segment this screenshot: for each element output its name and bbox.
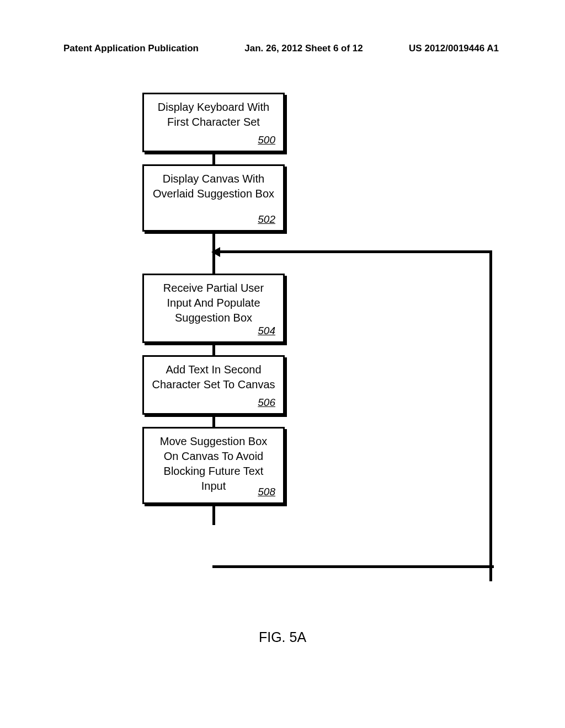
flow-step-text: Display Keyboard With First Character Se…	[158, 101, 269, 128]
flow-step-ref: 502	[258, 212, 275, 227]
flow-step-text: Receive Partial User Input And Populate …	[163, 282, 264, 324]
loop-right-vertical	[489, 250, 492, 581]
flow-step-text: Add Text In Second Character Set To Canv…	[152, 363, 275, 390]
header-left: Patent Application Publication	[63, 43, 199, 54]
flowchart: Display Keyboard With First Character Se…	[126, 93, 385, 525]
connector	[212, 415, 215, 427]
header-right: US 2012/0019446 A1	[409, 43, 499, 54]
flow-step-502: Display Canvas With Overlaid Suggestion …	[142, 164, 285, 232]
flow-step-508: Move Suggestion Box On Canvas To Avoid B…	[142, 427, 285, 504]
flow-step-ref: 504	[258, 324, 275, 338]
flow-step-ref: 500	[258, 133, 275, 147]
connector	[212, 343, 215, 355]
flow-step-ref: 508	[258, 485, 275, 499]
loop-top-horizontal	[214, 250, 492, 253]
flow-step-ref: 506	[258, 395, 275, 410]
flow-step-504: Receive Partial User Input And Populate …	[142, 274, 285, 343]
connector-down	[212, 504, 215, 525]
flow-step-text: Move Suggestion Box On Canvas To Avoid B…	[160, 435, 268, 492]
connector-merge	[212, 232, 215, 274]
flow-step-text: Display Canvas With Overlaid Suggestion …	[153, 173, 274, 200]
header-center: Jan. 26, 2012 Sheet 6 of 12	[244, 43, 363, 54]
loop-bottom-horizontal	[212, 565, 494, 568]
page-header: Patent Application Publication Jan. 26, …	[0, 43, 565, 54]
figure-caption: FIG. 5A	[0, 629, 565, 645]
connector	[212, 152, 215, 164]
flow-step-506: Add Text In Second Character Set To Canv…	[142, 355, 285, 415]
flow-step-500: Display Keyboard With First Character Se…	[142, 93, 285, 152]
